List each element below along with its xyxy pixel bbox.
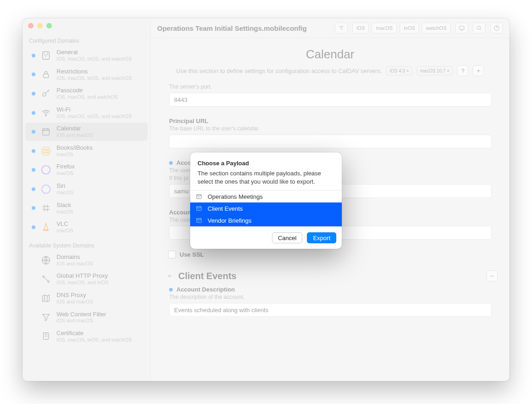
modal-actions: Cancel Export	[190, 227, 342, 249]
payload-label: Vendor Briefings	[208, 217, 251, 224]
export-modal: Choose a Payload The section contains mu…	[190, 152, 342, 249]
payload-row[interactable]: Vendor Briefings	[190, 214, 342, 226]
modal-description: The section contains multiple payloads, …	[198, 169, 334, 185]
export-button[interactable]: Export	[307, 232, 336, 243]
modal-title: Choose a Payload	[198, 160, 334, 167]
calendar-icon	[195, 205, 203, 212]
payload-label: Client Events	[208, 205, 243, 212]
cancel-button[interactable]: Cancel	[272, 232, 302, 243]
calendar-icon	[195, 193, 203, 200]
calendar-icon	[195, 217, 203, 224]
payload-row[interactable]: Operations Meetings	[190, 191, 342, 202]
payload-row[interactable]: Client Events	[190, 202, 342, 214]
payload-label: Operations Meetings	[208, 193, 263, 200]
modal-payload-list: Operations MeetingsClient EventsVendor B…	[190, 190, 342, 227]
app-window: Configured Domains GeneraliOS, macOS, tv…	[23, 18, 509, 381]
